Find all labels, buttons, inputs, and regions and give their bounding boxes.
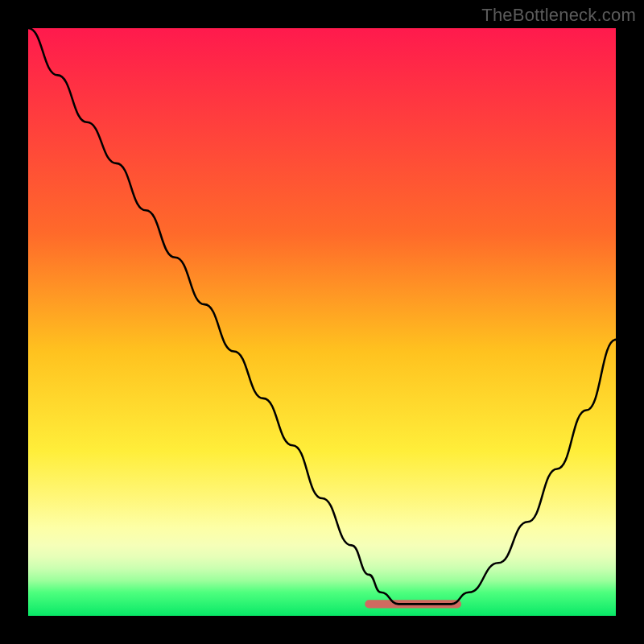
chart-container: TheBottleneck.com [0,0,644,644]
main-curve [28,28,616,604]
plot-area [28,28,616,616]
curve-layer [28,28,616,616]
attribution-label: TheBottleneck.com [481,5,636,26]
